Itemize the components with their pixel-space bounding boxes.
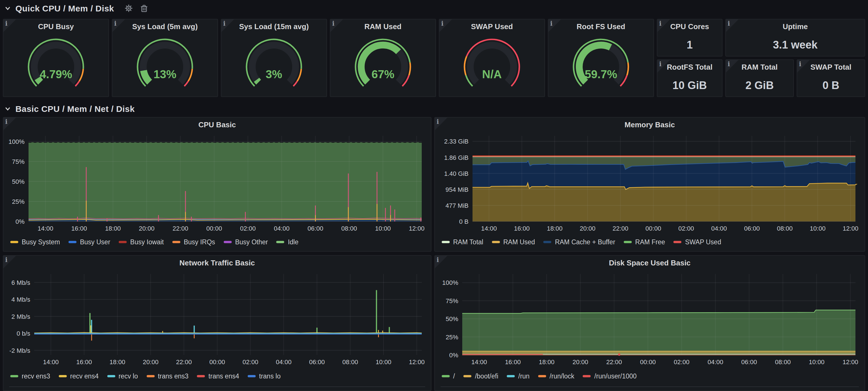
svg-text:18:00: 18:00 <box>110 358 125 366</box>
svg-text:16:00: 16:00 <box>505 358 521 366</box>
panel-title[interactable]: Sys Load (15m avg) <box>221 22 327 31</box>
legend-item[interactable]: RAM Used <box>492 239 535 245</box>
panel-info-corner[interactable]: i <box>3 20 16 32</box>
panel-title[interactable]: RAM Used <box>331 22 435 31</box>
legend-item[interactable]: trans ens3 <box>146 373 188 380</box>
panel-info-corner[interactable]: i <box>3 256 16 268</box>
panel-title[interactable]: Disk Space Used Basic <box>435 259 865 267</box>
svg-text:08:00: 08:00 <box>777 225 793 232</box>
svg-text:1.86 GiB: 1.86 GiB <box>444 154 468 161</box>
trash-icon[interactable] <box>140 4 148 12</box>
panel-info-corner[interactable]: i <box>435 118 447 130</box>
row-header-basic[interactable]: Basic CPU / Mem / Net / Disk <box>5 102 135 115</box>
chevron-down-icon <box>5 105 11 112</box>
legend-item[interactable]: recv ens3 <box>10 373 50 380</box>
legend-item[interactable]: /run/lock <box>538 373 575 380</box>
legend-divider <box>9 386 425 387</box>
gauge-sys-load-5m: 13% <box>113 32 217 94</box>
panel-info-corner[interactable]: i <box>331 20 343 32</box>
legend-item[interactable]: Busy Other <box>224 239 268 245</box>
panel-info-corner[interactable]: i <box>435 256 447 268</box>
panel-info-corner[interactable]: i <box>549 20 561 32</box>
panel-info-corner[interactable]: i <box>726 20 739 32</box>
panel-title[interactable]: Root FS Used <box>549 22 653 31</box>
panel-ram-used: i RAM Used 67% <box>330 19 436 97</box>
panel-info-corner[interactable]: i <box>657 20 670 32</box>
info-icon: i <box>223 20 225 27</box>
panel-info-corner[interactable]: i <box>726 60 739 72</box>
info-icon: i <box>727 20 730 27</box>
info-icon: i <box>114 20 116 27</box>
legend-item[interactable]: recv ens4 <box>59 373 99 380</box>
legend-item[interactable]: /boot/efi <box>463 373 498 380</box>
svg-text:22:00: 22:00 <box>176 358 192 366</box>
disk-space-chart[interactable]: 0%25%50%75%100%14:0016:0018:0020:0022:00… <box>438 271 861 368</box>
svg-text:12:00: 12:00 <box>843 358 858 366</box>
svg-text:10:00: 10:00 <box>375 225 391 232</box>
svg-text:06:00: 06:00 <box>308 225 323 232</box>
panel-title[interactable]: Memory Basic <box>435 120 865 129</box>
stat-value: 3.1 week <box>726 39 865 51</box>
panel-title[interactable]: CPU Basic <box>3 120 431 129</box>
panel-disk-space-basic: i Disk Space Used Basic 0%25%50%75%100%1… <box>434 255 865 391</box>
info-icon: i <box>659 61 661 68</box>
legend-item[interactable]: trans ens4 <box>197 373 239 380</box>
legend-swatch <box>10 241 18 243</box>
legend-label: /run/user/1000 <box>594 373 637 380</box>
panel-info-corner[interactable]: i <box>3 118 16 130</box>
legend-item[interactable]: SWAP Used <box>674 239 721 245</box>
legend-label: /run/lock <box>550 373 575 380</box>
gauge-swap-used: N/A <box>439 32 545 94</box>
svg-text:12:00: 12:00 <box>409 225 425 232</box>
gauge-ram-used: 67% <box>331 32 435 94</box>
panel-info-corner[interactable]: i <box>221 20 234 32</box>
legend-item[interactable]: RAM Total <box>442 239 483 245</box>
legend-swatch <box>544 241 552 243</box>
svg-text:16:00: 16:00 <box>71 225 87 232</box>
legend-item[interactable]: Busy System <box>10 239 60 245</box>
row-title[interactable]: Basic CPU / Mem / Net / Disk <box>16 103 135 113</box>
panel-title[interactable]: Sys Load (5m avg) <box>113 22 217 31</box>
legend-item[interactable]: Busy User <box>68 239 110 245</box>
svg-text:04:00: 04:00 <box>711 225 727 232</box>
legend-item[interactable]: Busy IRQs <box>172 239 215 245</box>
legend-item[interactable]: recv lo <box>107 373 138 380</box>
panel-ram-total: i RAM Total 2 GiB <box>725 59 794 97</box>
svg-text:22:00: 22:00 <box>173 225 188 232</box>
svg-text:0 B: 0 B <box>459 218 468 225</box>
legend-item[interactable]: /run/user/1000 <box>583 373 637 380</box>
panel-info-corner[interactable]: i <box>113 20 125 32</box>
panel-title[interactable]: CPU Busy <box>3 22 108 31</box>
svg-text:20:00: 20:00 <box>139 225 154 232</box>
panel-title[interactable]: Network Traffic Basic <box>3 259 431 267</box>
legend-swatch <box>507 375 515 377</box>
panel-info-corner[interactable]: i <box>657 60 670 72</box>
network-traffic-chart[interactable]: -2 Mb/s0 b/s2 Mb/s4 Mb/s6 Mb/s14:0016:00… <box>7 271 428 368</box>
legend-label: / <box>453 373 455 380</box>
legend-item[interactable]: /run <box>507 373 530 380</box>
legend-label: Idle <box>288 239 299 245</box>
legend-label: Busy Other <box>235 239 268 245</box>
panel-info-corner[interactable]: i <box>439 20 452 32</box>
svg-text:50%: 50% <box>446 315 458 323</box>
legend-item[interactable]: RAM Cache + Buffer <box>544 239 615 245</box>
row-title[interactable]: Quick CPU / Mem / Disk <box>16 3 114 13</box>
svg-text:12:00: 12:00 <box>843 225 858 232</box>
legend-item[interactable]: Busy Iowait <box>119 239 164 245</box>
gauge-value: 67% <box>372 68 394 80</box>
cpu-basic-chart[interactable]: 0%25%50%75%100%14:0016:0018:0020:0022:00… <box>7 132 428 234</box>
panel-title[interactable]: SWAP Used <box>439 22 545 31</box>
legend-swatch <box>463 375 471 377</box>
panel-title[interactable]: Uptime <box>726 22 865 31</box>
gear-icon[interactable] <box>124 4 133 12</box>
panel-info-corner[interactable]: i <box>797 60 810 72</box>
legend-item[interactable]: trans lo <box>248 373 280 380</box>
svg-text:100%: 100% <box>8 138 25 145</box>
stat-value: 10 GiB <box>657 79 722 92</box>
legend-item[interactable]: / <box>442 373 455 380</box>
legend-item[interactable]: Idle <box>277 239 299 245</box>
row-header-quick[interactable]: Quick CPU / Mem / Disk <box>5 2 148 14</box>
memory-basic-chart[interactable]: 0 B477 MiB954 MiB1.40 GiB1.86 GiB2.33 Gi… <box>438 132 861 234</box>
legend-label: trans ens4 <box>209 373 239 380</box>
legend-item[interactable]: RAM Free <box>624 239 665 245</box>
